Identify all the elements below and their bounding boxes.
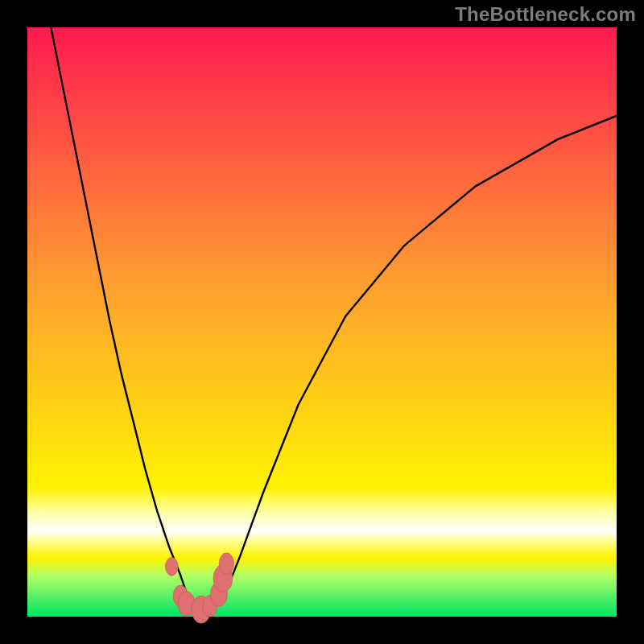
bottleneck-chart xyxy=(0,0,644,644)
chart-frame: { "watermark": "TheBottleneck.com", "col… xyxy=(0,0,644,644)
data-dot xyxy=(165,557,178,576)
plot-background xyxy=(27,27,617,617)
data-dot xyxy=(219,553,233,575)
watermark-text: TheBottleneck.com xyxy=(455,3,636,26)
